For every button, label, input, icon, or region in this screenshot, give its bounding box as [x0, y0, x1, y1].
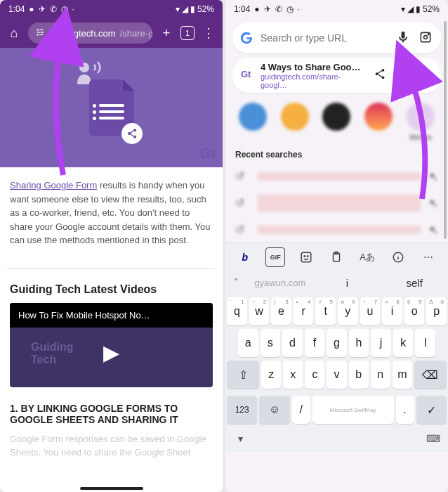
key-j[interactable]: j — [371, 329, 391, 357]
svg-point-6 — [79, 63, 89, 72]
suggestion-word[interactable]: gyawun.com — [246, 278, 314, 288]
home-indicator[interactable] — [80, 487, 143, 490]
key-r[interactable]: r4• — [294, 297, 314, 325]
bing-icon[interactable]: b — [235, 247, 255, 267]
key-i[interactable]: i8× — [382, 297, 402, 325]
shortcut-item[interactable] — [280, 103, 310, 141]
more-icon[interactable]: ⋯ — [419, 247, 438, 267]
tab-switcher[interactable]: 1 — [180, 26, 195, 40]
key-h[interactable]: h — [349, 329, 369, 357]
space-key[interactable]: Microsoft SwiftKey — [312, 396, 394, 424]
enter-key[interactable]: ✓ — [416, 396, 447, 424]
key-g[interactable]: g — [327, 329, 347, 357]
battery-icon: ▮ — [190, 4, 195, 14]
key-z[interactable]: z — [261, 361, 281, 389]
key-l[interactable]: l — [415, 329, 435, 357]
svg-point-23 — [304, 255, 305, 257]
key-m[interactable]: m — [393, 361, 412, 389]
insert-arrow-icon[interactable]: ↖ — [429, 224, 438, 237]
info-icon[interactable] — [388, 247, 408, 267]
sticker-icon[interactable] — [296, 247, 316, 267]
key-p[interactable]: p0∆ — [426, 297, 447, 325]
clipboard-icon[interactable] — [327, 247, 346, 267]
recent-search-item[interactable]: ↺ ↖ — [225, 217, 448, 242]
key-k[interactable]: k — [393, 329, 414, 357]
nav-back-icon[interactable]: ▾ — [231, 429, 249, 448]
overflow-menu-icon[interactable]: ⋮ — [199, 25, 218, 41]
copy-icon[interactable] — [395, 67, 410, 83]
more-icon: · — [298, 4, 300, 14]
insert-arrow-icon[interactable]: ↖ — [429, 197, 438, 210]
shortcut-item[interactable] — [364, 103, 393, 141]
forms-doc-icon — [89, 79, 134, 136]
scrollbar[interactable] — [444, 21, 447, 239]
gt-text-watermark: GuidingTech — [31, 341, 73, 366]
home-icon[interactable]: ⌂ — [4, 26, 24, 41]
numbers-key[interactable]: 123 — [227, 396, 257, 424]
svg-rect-1 — [39, 29, 44, 30]
key-n[interactable]: n — [371, 361, 390, 389]
key-o[interactable]: o9§ — [404, 297, 425, 325]
svg-rect-22 — [301, 252, 311, 262]
keyboard-suggestions: ˅ gyawun.com i self — [225, 271, 448, 294]
telegram-icon: ✈ — [39, 4, 46, 14]
battery-text: 52% — [423, 4, 440, 14]
svg-point-13 — [424, 36, 428, 39]
gif-icon[interactable]: GIF — [265, 247, 285, 267]
suggestion-word[interactable]: self — [381, 277, 448, 289]
key-v[interactable]: v — [327, 361, 346, 389]
play-icon[interactable]: ▶ — [103, 340, 119, 365]
clock-icon: ◷ — [61, 4, 68, 14]
key-u[interactable]: u7÷ — [360, 297, 381, 325]
wifi-icon: ▾ — [401, 4, 405, 14]
key-f[interactable]: f — [305, 329, 325, 357]
slash-key[interactable]: / — [292, 396, 310, 424]
shortcut-item[interactable]: Mehvis — [406, 103, 435, 141]
recent-search-item[interactable]: ↺ ↖ — [225, 189, 448, 217]
new-tab-icon[interactable]: + — [157, 26, 176, 41]
key-e[interactable]: e3| — [271, 297, 291, 325]
key-t[interactable]: t5√ — [315, 297, 336, 325]
search-input[interactable] — [261, 32, 389, 44]
status-time: 1:04 — [234, 4, 250, 14]
video-card[interactable]: How To Fix Mobile Hotspot No… GuidingTec… — [10, 303, 213, 387]
edit-icon[interactable] — [417, 67, 433, 83]
battery-icon: ▮ — [416, 4, 421, 14]
key-y[interactable]: y6π — [338, 297, 358, 325]
key-a[interactable]: a — [238, 329, 258, 357]
suggestion-card[interactable]: Gt 4 Ways to Share Google F… guidingtech… — [232, 58, 441, 93]
video-title: How To Fix Mobile Hotspot No… — [10, 303, 213, 328]
search-bar[interactable] — [232, 22, 441, 53]
status-bar: 1:04 ● ✈ ✆ ◷ · ▾ ◢ ▮ 52% — [0, 0, 223, 18]
history-icon: ↺ — [235, 196, 249, 210]
lens-icon[interactable] — [419, 30, 434, 46]
svg-line-19 — [378, 75, 382, 77]
collapse-icon[interactable]: ˅ — [225, 277, 246, 288]
shortcut-item[interactable] — [322, 103, 352, 141]
mic-icon[interactable] — [396, 30, 411, 46]
backspace-key[interactable]: ⌫ — [414, 361, 447, 389]
key-d[interactable]: d — [282, 329, 303, 357]
url-field[interactable]: guidingtech.com/share-g — [28, 22, 152, 44]
key-s[interactable]: s — [261, 329, 281, 357]
key-b[interactable]: b — [349, 361, 369, 389]
emoji-key[interactable]: ☺ — [259, 396, 289, 424]
nav-keyboard-icon[interactable]: ⌨ — [424, 429, 442, 448]
shortcut-item[interactable] — [238, 103, 268, 141]
key-c[interactable]: c — [305, 361, 324, 389]
recent-search-item[interactable]: ↺ ↖ — [225, 164, 448, 189]
history-icon: ↺ — [235, 223, 249, 237]
google-icon — [239, 31, 253, 45]
suggestion-word[interactable]: i — [314, 277, 381, 289]
article-link[interactable]: Sharing Google Form — [10, 180, 97, 190]
key-w[interactable]: w2~ — [249, 297, 270, 325]
period-key[interactable]: . — [396, 396, 414, 424]
translate-icon[interactable]: Aあ — [357, 247, 377, 267]
shift-key[interactable]: ⇧ — [227, 361, 259, 389]
recent-searches-label: Recent searches — [225, 144, 448, 164]
key-q[interactable]: q1` — [227, 297, 247, 325]
key-x[interactable]: x — [283, 361, 303, 389]
svg-point-24 — [307, 255, 308, 257]
share-icon[interactable] — [372, 67, 388, 83]
insert-arrow-icon[interactable]: ↖ — [429, 170, 438, 183]
